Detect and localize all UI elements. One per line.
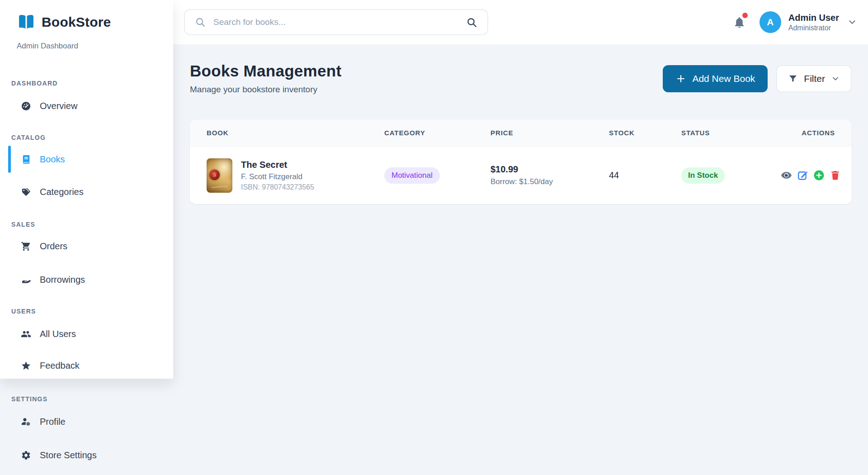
actions-cell: [781, 170, 841, 181]
page-header: Books Management Manage your bookstore i…: [190, 62, 852, 95]
book-author: F. Scott Fitzgerald: [241, 172, 314, 181]
cart-icon: [21, 241, 31, 252]
book-cover-thumbnail: S: [207, 158, 232, 193]
gear-icon: [21, 450, 31, 461]
plus-circle-icon: [813, 170, 825, 181]
column-header-book: BOOK: [207, 129, 384, 137]
page-title-block: Books Management Manage your bookstore i…: [190, 62, 341, 95]
topbar-right-cluster: A Admin User Administrator: [733, 0, 857, 44]
hand-holding-icon: [21, 275, 31, 285]
sidebar-item-profile[interactable]: Profile: [0, 409, 173, 434]
nav-section-dashboard: DASHBOARD: [0, 79, 173, 88]
sidebar-item-label: Feedback: [40, 361, 80, 371]
nav-section-users: USERS: [0, 307, 173, 316]
page-title: Books Management: [190, 62, 341, 80]
header-actions: Add New Book Filter: [663, 65, 852, 92]
sidebar-item-borrowings[interactable]: Borrowings: [0, 267, 173, 292]
status-cell: In Stock: [681, 167, 781, 184]
filter-label: Filter: [804, 73, 825, 84]
sidebar-nav: DASHBOARD Overview CATALOG Books: [0, 79, 173, 378]
cover-seal: S: [209, 170, 220, 180]
edit-button[interactable]: [797, 170, 808, 181]
tags-icon: [21, 187, 31, 197]
status-badge: In Stock: [681, 167, 725, 184]
brand-name: BookStore: [42, 14, 111, 30]
sidebar-item-label: Profile: [40, 417, 66, 427]
sidebar-item-label: All Users: [40, 329, 76, 339]
add-new-book-label: Add New Book: [692, 73, 755, 84]
category-badge: Motivational: [384, 167, 440, 184]
brand-logo[interactable]: BookStore: [0, 0, 173, 32]
price-cell: $10.99 Borrow: $1.50/day: [491, 164, 609, 186]
sidebar-item-store-settings[interactable]: Store Settings: [0, 442, 173, 468]
search-icon: [195, 17, 206, 28]
view-button[interactable]: [781, 170, 792, 181]
book-icon: [21, 154, 31, 165]
edit-icon: [797, 170, 808, 181]
sidebar-item-label: Orders: [40, 241, 67, 252]
add-new-book-button[interactable]: Add New Book: [663, 65, 768, 92]
column-header-status: STATUS: [681, 129, 781, 137]
delete-button[interactable]: [830, 170, 841, 181]
sidebar-item-label: Categories: [40, 187, 84, 197]
main-content: Books Management Manage your bookstore i…: [173, 44, 868, 475]
cover-script-decoration: [211, 186, 228, 189]
notification-unread-dot: [742, 13, 748, 18]
books-table-card: BOOK CATEGORY PRICE STOCK STATUS ACTIONS…: [190, 119, 852, 204]
notifications-button[interactable]: [733, 16, 746, 29]
add-stock-button[interactable]: [813, 170, 825, 181]
page-subtitle: Manage your bookstore inventory: [190, 85, 341, 95]
search-bar: [184, 9, 488, 35]
price-value: $10.99: [491, 164, 609, 175]
sidebar-item-label: Books: [40, 154, 65, 165]
sidebar-item-label: Store Settings: [40, 450, 97, 461]
open-book-logo-icon: [17, 13, 36, 32]
plus-icon: [675, 73, 686, 84]
sidebar-item-orders[interactable]: Orders: [0, 233, 173, 259]
eye-icon: [781, 170, 792, 181]
sidebar-item-label: Borrowings: [40, 275, 85, 285]
column-header-category: CATEGORY: [384, 129, 491, 137]
topbar: A Admin User Administrator: [173, 0, 868, 44]
sidebar-item-overview[interactable]: Overview: [0, 93, 173, 119]
star-icon: [21, 361, 31, 371]
column-header-stock: STOCK: [609, 129, 681, 137]
category-cell: Motivational: [384, 167, 491, 184]
column-header-actions: ACTIONS: [781, 129, 835, 137]
chevron-down-icon: [831, 74, 840, 83]
borrow-rate: Borrow: $1.50/day: [491, 177, 609, 186]
sidebar-item-all-users[interactable]: All Users: [0, 321, 173, 347]
book-text-block: The Secret F. Scott Fitzgerald ISBN: 978…: [241, 160, 314, 191]
funnel-icon: [788, 74, 798, 84]
avatar[interactable]: A: [760, 11, 781, 33]
book-cell: S The Secret F. Scott Fitzgerald ISBN: 9…: [207, 158, 384, 193]
nav-section-sales: SALES: [0, 220, 173, 229]
search-input[interactable]: [212, 17, 459, 28]
sidebar-item-label: Overview: [40, 101, 77, 111]
column-header-price: PRICE: [491, 129, 609, 137]
sidebar: BookStore Admin Dashboard DASHBOARD Over…: [0, 0, 173, 379]
user-name: Admin User: [788, 13, 839, 23]
user-info[interactable]: Admin User Administrator: [788, 13, 839, 32]
table-row: S The Secret F. Scott Fitzgerald ISBN: 9…: [190, 147, 852, 204]
stock-value: 44: [609, 170, 681, 180]
sidebar-settings-section: SETTINGS Profile Store Settings: [0, 379, 173, 468]
gauge-icon: [21, 101, 31, 111]
sidebar-item-feedback[interactable]: Feedback: [0, 353, 173, 378]
trash-icon: [830, 170, 841, 181]
active-indicator-bar: [8, 146, 11, 173]
nav-section-settings: SETTINGS: [0, 394, 173, 404]
brand-subtitle: Admin Dashboard: [0, 42, 173, 51]
table-header-row: BOOK CATEGORY PRICE STOCK STATUS ACTIONS: [190, 119, 852, 147]
user-gear-icon: [21, 417, 31, 427]
search-submit-icon[interactable]: [466, 17, 477, 28]
user-role: Administrator: [788, 24, 839, 32]
nav-section-catalog: CATALOG: [0, 133, 173, 142]
filter-button[interactable]: Filter: [776, 65, 852, 92]
book-isbn: ISBN: 9780743273565: [241, 183, 314, 191]
chevron-down-icon[interactable]: [847, 17, 857, 27]
users-icon: [21, 329, 31, 339]
sidebar-item-categories[interactable]: Categories: [0, 179, 173, 204]
book-title: The Secret: [241, 160, 314, 170]
sidebar-item-books[interactable]: Books: [0, 145, 173, 174]
